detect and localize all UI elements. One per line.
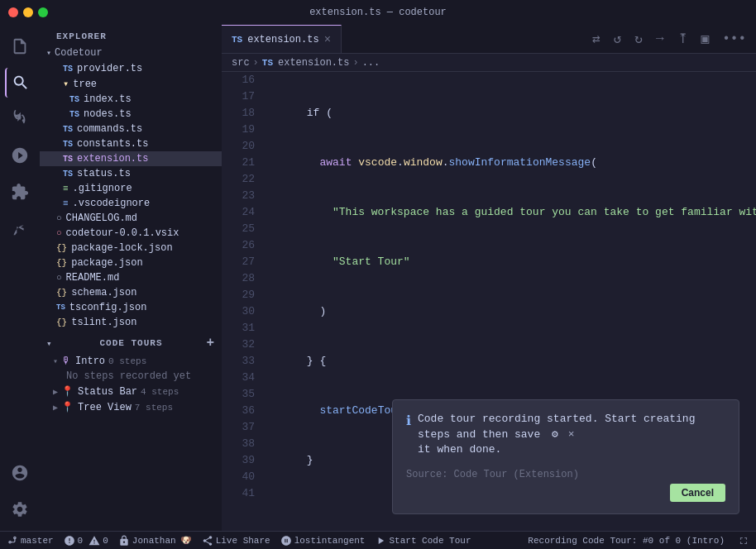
- file-item-commands[interactable]: TS commands.ts: [40, 122, 222, 136]
- activity-source-control-icon[interactable]: [5, 104, 35, 134]
- user-name: Jonathan: [132, 536, 176, 546]
- go-forward-icon2[interactable]: →: [653, 28, 667, 50]
- notification-actions: Cancel: [406, 484, 725, 502]
- file-item-provider[interactable]: TS provider.ts: [40, 61, 222, 76]
- add-tour-button[interactable]: +: [206, 336, 215, 351]
- code-tours-section-header[interactable]: ▾ Code Tours +: [40, 333, 222, 353]
- breadcrumb-symbol[interactable]: ...: [362, 57, 380, 69]
- activity-settings-icon[interactable]: [5, 494, 35, 524]
- user-emoji: 🐶: [180, 535, 192, 546]
- git-branch-name: master: [21, 536, 54, 546]
- activity-search-icon[interactable]: [5, 68, 35, 98]
- git-branch-icon: [7, 535, 18, 547]
- file-item-package[interactable]: {} package.json: [40, 255, 222, 270]
- errors-warnings-item[interactable]: 0 0: [64, 535, 108, 547]
- extension-icon: [280, 535, 292, 547]
- pin-icon: 📍: [61, 401, 74, 413]
- breadcrumb-file[interactable]: extension.ts: [278, 57, 349, 69]
- file-item-constants[interactable]: TS constants.ts: [40, 136, 222, 151]
- notification-source: Source: Code Tour (Extension): [406, 469, 725, 480]
- code-line-16: if (: [268, 105, 749, 122]
- status-bar: master 0 0 Jonathan 🐶 Live Share lostint…: [0, 531, 756, 549]
- window-title: extension.ts — codetour: [309, 7, 447, 18]
- more-actions-icon[interactable]: •••: [719, 28, 749, 50]
- recording-item: Recording Code Tour: #0 of 0 (Intro): [528, 536, 725, 546]
- breadcrumb: src › TS extension.ts › ...: [222, 54, 756, 72]
- share-icon: [202, 535, 213, 547]
- go-forward-icon[interactable]: ↻: [631, 27, 646, 50]
- info-icon: ℹ: [406, 413, 411, 429]
- cancel-button[interactable]: Cancel: [670, 484, 725, 502]
- tour-tree-view[interactable]: ▶ 📍 Tree View 7 steps: [40, 399, 222, 415]
- chevron-right-icon: ▶: [53, 403, 58, 413]
- main-layout: Explorer ▾ Codetour TS provider.ts ▾ tre…: [0, 25, 756, 531]
- json-icon: {}: [56, 288, 67, 298]
- file-item-vsix[interactable]: ○ codetour-0.0.1.vsix: [40, 226, 222, 241]
- json-icon: {}: [56, 258, 67, 268]
- warning-icon: [89, 535, 100, 547]
- maximize-button[interactable]: [38, 7, 48, 17]
- code-line-20: ): [268, 303, 749, 320]
- activity-extensions-icon[interactable]: [5, 177, 35, 207]
- tour-intro[interactable]: ▾ 🎙 Intro 0 steps: [40, 353, 222, 369]
- close-button[interactable]: [8, 7, 18, 17]
- file-item-package-lock[interactable]: {} package-lock.json: [40, 241, 222, 255]
- code-line-17: await vscode.window.showInformationMessa…: [268, 155, 749, 171]
- file-item-gitignore[interactable]: ≡ .gitignore: [40, 181, 222, 196]
- tab-bar: TS extension.ts × ⇄ ↺ ↻ → ⤒ ▣ •••: [222, 25, 756, 54]
- pin-icon: 📍: [61, 385, 74, 398]
- file-item-status[interactable]: TS status.ts: [40, 166, 222, 181]
- file-item-extension[interactable]: TS extension.ts: [40, 151, 222, 166]
- user-item[interactable]: Jonathan 🐶: [118, 535, 192, 547]
- code-editor: 16 17 18 19 20 21 22 23 24 25 26 27 28 2…: [222, 72, 756, 531]
- open-changes-icon[interactable]: ⤒: [674, 27, 691, 50]
- expand-icon: [738, 535, 749, 547]
- expand-status-icon[interactable]: [738, 535, 749, 547]
- git-icon: ≡: [63, 184, 69, 193]
- git-branch-item[interactable]: master: [7, 535, 54, 547]
- tab-close-button[interactable]: ×: [324, 33, 331, 46]
- file-item-readme[interactable]: ○ README.md: [40, 270, 222, 285]
- chevron-down-icon: ▾: [46, 338, 53, 349]
- extension-item[interactable]: lostintangent: [280, 535, 366, 547]
- notification-text-line2: it when done.: [418, 442, 725, 457]
- vscode-icon: ≡: [63, 198, 69, 208]
- file-item-vscodeignore[interactable]: ≡ .vscodeignore: [40, 196, 222, 211]
- titlebar: extension.ts — codetour: [0, 0, 756, 25]
- file-item-schema[interactable]: {} schema.json: [40, 285, 222, 300]
- line-numbers: 16 17 18 19 20 21 22 23 24 25 26 27 28 2…: [222, 72, 261, 531]
- minimize-button[interactable]: [23, 7, 33, 17]
- tab-extension-ts[interactable]: TS extension.ts ×: [222, 25, 342, 53]
- activity-remote-icon[interactable]: [5, 213, 35, 243]
- tab-toolbar: ⇄ ↺ ↻ → ⤒ ▣ •••: [582, 25, 756, 53]
- code-line-18: "This workspace has a guided tour you ca…: [268, 204, 749, 221]
- notification-popup: ℹ Code tour recording started. Start cre…: [392, 399, 739, 514]
- explorer-header: Explorer: [40, 25, 222, 45]
- tab-label: extension.ts: [247, 34, 318, 45]
- recording-label: Recording Code Tour: #0 of 0 (Intro): [528, 536, 725, 546]
- tour-status-bar[interactable]: ▶ 📍 Status Bar 4 steps: [40, 384, 222, 399]
- file-item-changelog[interactable]: ○ CHANGELOG.md: [40, 211, 222, 226]
- activity-debug-icon[interactable]: [5, 141, 35, 170]
- codetour-section-header[interactable]: ▾ Codetour: [40, 45, 222, 61]
- live-share-item[interactable]: Live Share: [202, 535, 270, 547]
- file-item-nodes[interactable]: TS nodes.ts: [40, 107, 222, 122]
- json-icon: {}: [56, 317, 67, 327]
- extension-name: lostintangent: [294, 536, 366, 546]
- chevron-down-icon: ▾: [53, 356, 58, 366]
- file-item-tslint[interactable]: {} tslint.json: [40, 315, 222, 330]
- folder-item-tree[interactable]: ▾ tree: [40, 76, 222, 92]
- activity-files-icon[interactable]: [5, 31, 35, 61]
- file-item-tsconfig[interactable]: TS tsconfig.json: [40, 300, 222, 315]
- close-notification-icon[interactable]: ×: [568, 428, 575, 441]
- activity-account-icon[interactable]: [5, 458, 35, 488]
- toggle-panel-icon[interactable]: ▣: [698, 27, 713, 50]
- file-item-index[interactable]: TS index.ts: [40, 92, 222, 107]
- split-editor-icon[interactable]: ⇄: [589, 27, 604, 50]
- go-back-icon[interactable]: ↺: [610, 27, 625, 50]
- start-tour-item[interactable]: Start Code Tour: [375, 535, 471, 547]
- live-share-label: Live Share: [216, 536, 270, 546]
- breadcrumb-src[interactable]: src: [232, 57, 250, 69]
- folder-icon: ▾: [63, 78, 69, 90]
- gear-icon[interactable]: ⚙: [552, 428, 558, 441]
